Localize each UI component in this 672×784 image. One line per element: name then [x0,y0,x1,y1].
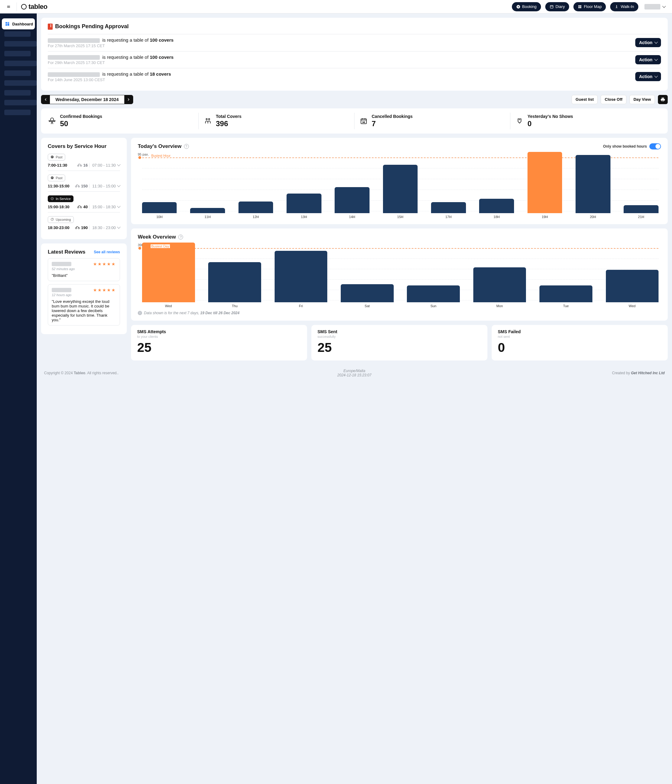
sms-stat-card: SMS Sentsuccessfully25 [311,325,487,361]
service-range: 18:30-23:00 [48,226,73,230]
chart-x-label: Tue [539,304,593,308]
service-range-select[interactable]: 07:00 - 11:30 [89,163,120,168]
info-icon: i [138,311,142,315]
stat-tile: Confirmed Bookings50 [43,113,199,129]
sms-stat-card: SMS Failednot sent0 [492,325,668,361]
user-menu[interactable] [643,2,667,11]
chart-x-label: Sun [407,304,460,308]
sidebar-item-redacted[interactable] [4,31,31,37]
sidebar-item-redacted[interactable] [4,41,37,47]
service-covers: 150 [75,184,88,188]
pending-row: is requesting a table of 100 covers For … [48,34,661,51]
date-prev-button[interactable] [41,95,50,104]
chart-bar [473,268,526,302]
service-range-select[interactable]: 11:30 - 15:00 [89,184,120,188]
service-covers: 40 [77,205,88,209]
chart-bar [383,165,417,213]
reviews-title: Latest Reviews [48,249,94,255]
service-range: 15:00-18:30 [48,205,75,209]
stat-icon [360,117,367,124]
chart-x-label: Wed [142,304,195,308]
chart-bar [479,199,514,213]
controls-row: Wednesday, December 18 2024 Guest list C… [41,95,668,104]
svg-rect-3 [580,5,581,6]
booked-hours-toggle[interactable] [649,143,661,149]
covers-icon [75,226,80,229]
help-icon[interactable]: ? [184,144,189,149]
sidebar-item-redacted[interactable] [4,70,31,76]
chart-bar [335,187,369,213]
star-rating-icon: ★★★★★ [93,261,116,266]
grid-icon [578,5,582,9]
review-time: 52 minutes ago [52,267,116,271]
current-date[interactable]: Wednesday, December 18 2024 [50,95,124,104]
dashboard-icon [5,22,10,26]
sidebar-item-redacted[interactable] [4,90,31,96]
sms-title: SMS Failed [498,329,661,334]
sms-subtitle: to your clients [137,335,301,338]
brand-logo: tableo [21,3,47,11]
sidebar-item-dashboard[interactable]: Dashboard [2,19,35,30]
sms-value: 25 [318,340,481,355]
today-overview-card: Today's Overview ? Only show booked hour… [131,138,668,224]
nav-floormap-button[interactable]: Floor Map [573,2,606,11]
nav-walkin-button[interactable]: Walk-In [610,2,638,11]
sidebar-item-redacted[interactable] [4,61,37,66]
service-range: 11:30-15:00 [48,184,73,188]
stat-icon [516,117,523,124]
pending-action-button[interactable]: Action [635,72,661,81]
sms-value: 25 [137,340,301,355]
busiest-label: Busiest Day [151,244,170,248]
help-icon[interactable]: ? [178,235,183,240]
sms-title: SMS Attempts [137,329,301,334]
date-next-button[interactable] [124,95,133,104]
pending-title: Bookings Pending Approval [48,23,661,30]
covers-icon [77,163,82,167]
service-hour-block: Upcoming 18:30-23:00 190 18:30 - 23:00 [48,216,120,230]
see-all-reviews-link[interactable]: See all reviews [94,250,120,254]
chart-x-label: 17H [431,215,466,219]
chevron-down-icon [662,4,666,8]
chart-x-label: Wed [606,304,659,308]
sms-value: 0 [498,340,661,355]
guest-list-button[interactable]: Guest list [571,95,598,104]
chart-bar [341,284,394,302]
chart-x-label: Mon [473,304,526,308]
chevron-down-icon [117,184,120,187]
menu-toggle-button[interactable] [5,3,12,11]
sidebar-item-redacted[interactable] [4,100,37,105]
review-time: 12 hours ago [52,293,116,297]
sms-title: SMS Sent [318,329,481,334]
credit-link[interactable]: Get Hitched Inc Ltd [631,371,665,375]
reviewer-name-redacted [52,288,71,292]
pending-action-button[interactable]: Action [635,38,661,47]
sms-subtitle: not sent [498,335,661,338]
svg-rect-5 [580,7,581,8]
sidebar-item-redacted[interactable] [4,80,37,86]
book-icon [48,23,53,30]
nav-booking-button[interactable]: Booking [512,2,541,11]
svg-rect-7 [6,22,7,23]
day-view-button[interactable]: Day View [629,95,655,104]
sidebar-item-redacted[interactable] [4,51,31,56]
service-hour-block: In Service 15:00-18:30 40 15:00 - 18:30 [48,195,120,213]
nav-diary-button[interactable]: Diary [545,2,569,11]
chart-bar [624,205,658,213]
service-range-select[interactable]: 15:00 - 18:30 [89,205,120,209]
chevron-down-icon [654,57,658,61]
close-off-button[interactable]: Close Off [601,95,626,104]
chart-bar [576,155,610,213]
chart-x-label: 13H [287,215,321,219]
footer: Copyright © 2024 Tableo. All rights rese… [41,365,668,384]
review-text: "Love everything except the loud bum bum… [52,299,116,322]
service-range-select[interactable]: 18:30 - 23:00 [89,226,120,230]
footer-credit: Created by Get Hitched Inc Ltd [612,371,665,375]
sidebar-item-redacted[interactable] [4,110,31,115]
stat-tile: Total Covers396 [199,113,354,129]
stat-tile: Cancelled Bookings7 [354,113,510,129]
week-chart: 396 pax. Busiest Day WedThuFriSatSunMonT… [138,243,661,308]
sms-stat-card: SMS Attemptsto your clients25 [131,325,307,361]
hamburger-icon [7,4,11,10]
pending-action-button[interactable]: Action [635,55,661,64]
print-button[interactable] [658,95,668,104]
